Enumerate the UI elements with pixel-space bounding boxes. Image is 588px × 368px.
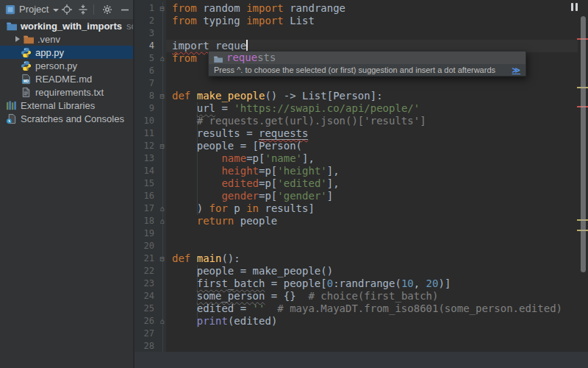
line-number[interactable]: 1	[135, 2, 154, 15]
tree-item-label: person.py	[35, 60, 77, 71]
completion-item-requests[interactable]: requests	[209, 52, 526, 64]
text-caret	[246, 40, 248, 51]
line-number[interactable]: 12	[135, 140, 154, 152]
line-number[interactable]: 17	[135, 202, 154, 215]
line-number[interactable]: 20	[135, 240, 154, 252]
more-suggestions-link[interactable]: ≫	[512, 66, 520, 75]
markdown-file-icon: MD	[21, 74, 32, 85]
bottom-panel-edge	[135, 352, 588, 368]
line-number[interactable]: 10	[135, 115, 154, 127]
code-line-2[interactable]: from typing import List	[172, 15, 315, 27]
tree-item-label: Scratches and Consoles	[21, 113, 124, 124]
code-line-23[interactable]: first_batch = people[0:randrange(10, 20)…	[172, 277, 451, 290]
code-line-25[interactable]: edited = '' # maya.MayaDT.from_iso8601(s…	[172, 302, 562, 315]
tree-item-person-py[interactable]: person.py	[0, 59, 133, 72]
completion-hint-text: Press ^. to choose the selected (or firs…	[214, 66, 507, 74]
fold-start-icon[interactable]: ⊟	[157, 140, 168, 152]
line-number[interactable]: 14	[135, 165, 154, 177]
code-line-12[interactable]: people = [Person(	[172, 140, 302, 152]
code-line-21[interactable]: def main():	[172, 252, 240, 265]
line-number[interactable]: 13	[135, 152, 154, 165]
line-number[interactable]: 22	[135, 265, 154, 277]
completion-item-label: requests	[226, 52, 276, 64]
toolbar-separator	[93, 4, 94, 15]
tree-item-readme-md[interactable]: MDREADME.md	[0, 72, 133, 85]
chevron-right-icon[interactable]	[15, 36, 20, 42]
tree-item-label: working_with_imports	[21, 21, 122, 32]
fold-end-icon[interactable]: ⌂	[157, 315, 168, 328]
code-line-1[interactable]: from random import randrange	[172, 2, 345, 15]
tree-item-working-with-imports[interactable]: working_with_importssou	[0, 19, 133, 32]
line-number[interactable]: 28	[135, 340, 154, 353]
python-file-icon	[21, 60, 32, 71]
line-number[interactable]: 24	[135, 290, 154, 302]
line-number[interactable]: 9	[135, 102, 154, 115]
collapse-all-icon[interactable]	[77, 4, 89, 15]
code-line-10[interactable]: # requests.get(url).json()['results']	[172, 115, 426, 127]
completion-popup: requests Press ^. to choose the selected…	[208, 51, 526, 77]
fold-end-icon[interactable]: ⌂	[157, 52, 168, 65]
line-number[interactable]: 25	[135, 302, 154, 315]
tree-item--venv[interactable]: .venv	[0, 32, 133, 46]
code-line-26[interactable]: print(edited)	[172, 315, 277, 328]
line-number[interactable]: 7	[135, 77, 154, 90]
code-line-18[interactable]: return people	[172, 215, 277, 227]
fold-end-icon[interactable]: ⌂	[157, 202, 168, 215]
tree-item-label: app.py	[35, 47, 64, 58]
code-line-14[interactable]: height=p['height'],	[172, 165, 340, 177]
code-line-17[interactable]: ) for p in results]	[172, 202, 315, 215]
line-number[interactable]: 4	[135, 40, 154, 52]
code-line-11[interactable]: results = requests	[172, 127, 308, 140]
tree-item-scratches-and-consoles[interactable]: Scratches and Consoles	[0, 112, 133, 125]
text-file-icon	[21, 87, 32, 98]
line-number[interactable]: 19	[135, 227, 154, 240]
line-number[interactable]: 23	[135, 277, 154, 290]
scratches-icon	[6, 113, 17, 124]
scrollbar-thumb[interactable]	[581, 16, 586, 272]
tree-item-external-libraries[interactable]: External Libraries	[0, 99, 133, 112]
settings-icon[interactable]	[101, 4, 113, 15]
fold-start-icon[interactable]: ⊟	[157, 252, 168, 265]
line-number[interactable]: 27	[135, 328, 154, 340]
project-tool-window: Project working_with_importssou.venvapp.…	[0, 0, 135, 368]
tree-item-requirements-txt[interactable]: requirements.txt	[0, 85, 133, 99]
tree-item-app-py[interactable]: app.py	[0, 46, 133, 59]
code-editor[interactable]: 1234567891011121314151617181920212223242…	[135, 0, 588, 368]
line-number[interactable]: 18	[135, 215, 154, 227]
hide-icon[interactable]	[119, 4, 131, 15]
line-number[interactable]: 11	[135, 127, 154, 140]
line-number[interactable]: 16	[135, 190, 154, 202]
code-line-16[interactable]: gender=p['gender']	[172, 190, 333, 202]
package-folder-icon	[213, 53, 223, 63]
chevron-down-icon	[53, 9, 59, 12]
fold-end-icon[interactable]: ⌂	[157, 215, 168, 227]
line-number[interactable]: 8	[135, 90, 154, 102]
locate-icon[interactable]	[61, 4, 73, 15]
fold-start-icon[interactable]: ⊟	[157, 90, 168, 102]
tree-item-suffix: sou	[126, 21, 133, 32]
line-number[interactable]: 6	[135, 65, 154, 77]
project-tool-icon[interactable]	[5, 4, 15, 15]
line-number[interactable]: 26	[135, 315, 154, 328]
python-file-icon	[21, 47, 32, 58]
project-toolbar: Project	[0, 0, 133, 19]
code-line-9[interactable]: url = 'https://swapi.co/api/people/'	[172, 102, 420, 115]
fold-start-icon[interactable]: ⊟	[157, 2, 168, 15]
code-line-13[interactable]: name=p['name'],	[172, 152, 315, 165]
completion-hint: Press ^. to choose the selected (or firs…	[209, 64, 526, 76]
line-number[interactable]: 5	[135, 52, 154, 65]
code-line-5[interactable]: from	[172, 52, 203, 65]
code-line-22[interactable]: people = make_people()	[172, 265, 333, 277]
code-line-24[interactable]: some_person = {} # choice(first_batch)	[172, 290, 438, 302]
svg-text:MD: MD	[24, 79, 29, 83]
line-number[interactable]: 15	[135, 177, 154, 190]
analysis-paused-icon[interactable]	[570, 3, 579, 11]
project-tool-title[interactable]: Project	[19, 4, 49, 15]
line-number[interactable]: 2	[135, 15, 154, 27]
line-number[interactable]: 21	[135, 252, 154, 265]
line-number[interactable]: 3	[135, 27, 154, 40]
tree-item-label: .venv	[37, 34, 60, 45]
code-line-15[interactable]: edited=p['edited'],	[172, 177, 340, 190]
pycharm-window: Project working_with_importssou.venvapp.…	[0, 0, 588, 368]
code-line-8[interactable]: def make_people() -> List[Person]:	[172, 90, 383, 102]
